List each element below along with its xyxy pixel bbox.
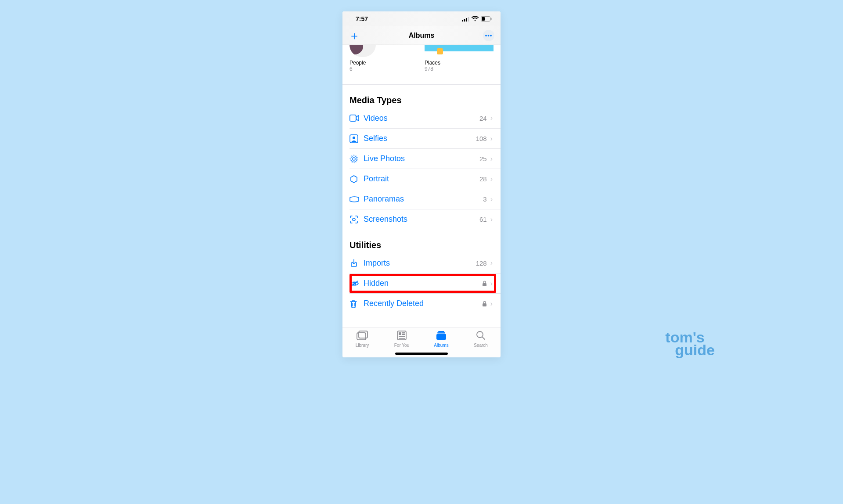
tab-search[interactable]: Search xyxy=(461,331,501,348)
chevron-right-icon: › xyxy=(490,135,493,143)
svg-rect-23 xyxy=(399,332,401,335)
import-icon xyxy=(349,259,364,267)
eye-slash-icon xyxy=(349,280,364,287)
add-button[interactable]: ＋ xyxy=(349,30,360,41)
nav-bar: ＋ Albums ••• xyxy=(342,26,501,45)
tab-albums[interactable]: Albums xyxy=(422,331,461,348)
svg-rect-19 xyxy=(483,303,486,306)
tab-label: Library xyxy=(356,343,369,348)
watermark-line2: guide xyxy=(665,344,715,356)
for-you-icon xyxy=(397,331,407,342)
chevron-right-icon: › xyxy=(490,195,493,203)
watermark-logo: tom's guide xyxy=(665,331,715,356)
row-label: Selfies xyxy=(364,134,476,143)
trash-icon xyxy=(349,299,364,308)
svg-rect-27 xyxy=(399,338,405,339)
chevron-right-icon: › xyxy=(490,280,493,288)
portrait-icon xyxy=(349,175,364,184)
screenshot-icon xyxy=(349,215,364,224)
people-places-row: People 6 Places 978 xyxy=(342,45,501,75)
svg-point-10 xyxy=(353,158,355,160)
row-screenshots[interactable]: Screenshots 61 › xyxy=(349,209,501,229)
row-videos[interactable]: Videos 24 › xyxy=(349,108,501,128)
lock-icon xyxy=(482,301,487,307)
row-label: Portrait xyxy=(364,174,479,184)
svg-rect-29 xyxy=(437,332,445,334)
phone-frame: 7:57 ＋ Albums ••• People 6 Places 978 xyxy=(342,11,501,357)
row-live-photos[interactable]: Live Photos 25 › xyxy=(349,148,501,169)
svg-point-12 xyxy=(350,155,358,163)
svg-rect-6 xyxy=(491,18,492,20)
battery-icon xyxy=(481,16,492,22)
row-count: 3 xyxy=(483,195,486,203)
places-label: Places xyxy=(425,60,494,66)
row-count: 108 xyxy=(476,135,487,142)
row-selfies[interactable]: Selfies 108 › xyxy=(349,128,501,148)
ellipsis-icon: ••• xyxy=(485,32,493,39)
chevron-right-icon: › xyxy=(490,155,493,163)
nav-title: Albums xyxy=(409,32,435,40)
people-count: 6 xyxy=(349,66,418,72)
selfie-icon xyxy=(349,134,364,143)
cellular-icon xyxy=(462,17,469,22)
places-thumbnail xyxy=(425,45,494,57)
section-title-utilities: Utilities xyxy=(342,229,501,253)
svg-rect-20 xyxy=(357,333,366,340)
svg-line-32 xyxy=(483,337,485,340)
tab-library[interactable]: Library xyxy=(342,331,382,348)
row-count: 24 xyxy=(479,115,487,122)
row-label: Panoramas xyxy=(364,194,483,204)
row-panoramas[interactable]: Panoramas 3 › xyxy=(349,189,501,209)
content-area: People 6 Places 978 Media Types Videos 2… xyxy=(342,45,501,328)
svg-rect-7 xyxy=(350,115,356,121)
svg-rect-1 xyxy=(464,19,465,22)
row-label: Videos xyxy=(364,114,479,123)
live-photo-icon xyxy=(349,155,364,163)
row-recently-deleted[interactable]: Recently Deleted › xyxy=(349,293,501,313)
svg-point-9 xyxy=(353,137,355,139)
home-indicator[interactable] xyxy=(395,353,448,355)
tab-label: Search xyxy=(474,343,488,348)
library-icon xyxy=(357,331,368,342)
utilities-list: Imports 128 › Hidden › Recently Deleted … xyxy=(342,253,501,313)
row-imports[interactable]: Imports 128 › xyxy=(349,253,501,273)
video-icon xyxy=(349,115,364,122)
places-count: 978 xyxy=(425,66,494,72)
svg-rect-25 xyxy=(402,334,405,335)
chevron-right-icon: › xyxy=(490,259,493,267)
row-label: Live Photos xyxy=(364,154,479,163)
row-count: 128 xyxy=(476,259,487,267)
media-types-list: Videos 24 › Selfies 108 › Live Photos 25… xyxy=(342,108,501,229)
people-label: People xyxy=(349,60,418,66)
status-time: 7:57 xyxy=(356,15,368,22)
row-count: 25 xyxy=(479,155,487,162)
row-label: Screenshots xyxy=(364,215,479,224)
chevron-right-icon: › xyxy=(490,114,493,122)
tab-label: Albums xyxy=(434,343,448,348)
row-hidden[interactable]: Hidden › xyxy=(349,273,501,293)
svg-rect-2 xyxy=(466,18,467,22)
row-count: 61 xyxy=(479,216,487,223)
albums-icon xyxy=(436,331,447,342)
row-label: Imports xyxy=(364,259,476,268)
row-portrait[interactable]: Portrait 28 › xyxy=(349,169,501,189)
section-title-media-types: Media Types xyxy=(342,84,501,108)
tab-label: For You xyxy=(394,343,409,348)
status-icons xyxy=(462,16,492,22)
wifi-icon xyxy=(472,16,479,22)
svg-rect-0 xyxy=(462,20,463,22)
people-thumbnail xyxy=(349,45,376,57)
chevron-right-icon: › xyxy=(490,175,493,183)
tab-for-you[interactable]: For You xyxy=(382,331,422,348)
status-bar: 7:57 xyxy=(342,11,501,26)
album-places[interactable]: Places 978 xyxy=(425,45,494,72)
svg-rect-5 xyxy=(482,17,485,21)
svg-point-13 xyxy=(353,218,355,221)
chevron-right-icon: › xyxy=(490,216,493,223)
album-people[interactable]: People 6 xyxy=(349,45,418,72)
row-count: 28 xyxy=(479,175,487,183)
row-label: Hidden xyxy=(364,279,482,288)
search-icon xyxy=(476,331,486,342)
more-button[interactable]: ••• xyxy=(483,30,494,41)
svg-rect-26 xyxy=(399,336,405,337)
